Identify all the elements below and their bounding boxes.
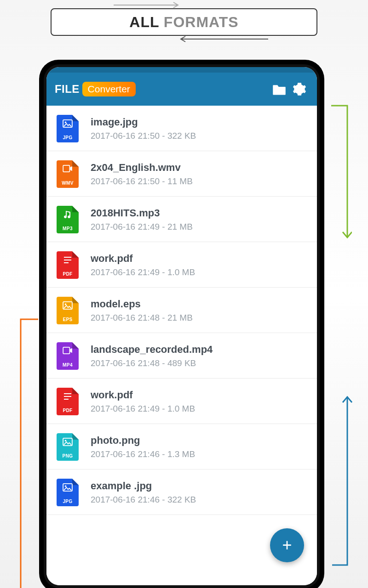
svg-point-9 xyxy=(65,304,67,305)
file-name: model.eps xyxy=(91,298,309,310)
add-button[interactable]: + xyxy=(270,528,304,562)
file-meta: 2017-06-16 21:49 - 21 MB xyxy=(91,222,309,232)
file-icon: JPG xyxy=(57,115,79,142)
file-meta: 2017-06-16 21:49 - 1.0 MB xyxy=(91,404,309,414)
file-name: 2018HITS.mp3 xyxy=(91,207,309,219)
banner-title: ALL FORMATS xyxy=(129,14,238,31)
list-item[interactable]: PDFwork.pdf2017-06-16 21:49 - 1.0 MB xyxy=(46,379,317,424)
file-info: model.eps2017-06-16 21:48 - 21 MB xyxy=(91,298,309,323)
svg-rect-10 xyxy=(63,347,69,354)
file-info: photo.png2017-06-16 21:46 - 1.3 MB xyxy=(91,435,309,459)
file-list[interactable]: JPGimage.jpg2017-06-16 21:50 - 322 KBWMV… xyxy=(46,106,317,585)
file-meta: 2017-06-16 21:50 - 322 KB xyxy=(91,131,309,141)
doc-icon xyxy=(57,256,79,266)
list-item[interactable]: PNGphoto.png2017-06-16 21:46 - 1.3 MB xyxy=(46,424,317,469)
file-ext-label: MP4 xyxy=(57,362,79,368)
image-icon xyxy=(57,119,79,130)
file-ext-label: JPG xyxy=(57,499,79,504)
banner-arrow-left-icon xyxy=(176,36,268,42)
decorative-arrow-orange-icon xyxy=(15,317,40,588)
banner-arrow-right-icon xyxy=(114,2,183,8)
file-info: 2018HITS.mp32017-06-16 21:49 - 21 MB xyxy=(91,207,309,232)
file-icon: PDF xyxy=(57,388,79,415)
list-item[interactable]: MP32018HITS.mp32017-06-16 21:49 - 21 MB xyxy=(46,197,317,242)
file-icon: WMV xyxy=(57,160,79,188)
file-name: 2x04_English.wmv xyxy=(91,162,309,174)
folder-icon[interactable] xyxy=(269,79,289,99)
file-info: landscape_recorded.mp42017-06-16 21:48 -… xyxy=(91,344,309,368)
file-meta: 2017-06-16 21:49 - 1.0 MB xyxy=(91,267,309,277)
file-icon: JPG xyxy=(57,479,79,506)
image-icon xyxy=(57,438,79,448)
banner: ALL FORMATS xyxy=(51,8,317,36)
doc-icon xyxy=(57,392,79,402)
app-screen: FILE Converter JPGimage.jpg2017-06-16 21… xyxy=(46,67,317,585)
image-icon xyxy=(57,301,79,311)
file-ext-label: JPG xyxy=(57,135,79,140)
status-bar xyxy=(46,67,317,73)
app-title-badge: Converter xyxy=(82,82,136,96)
list-item[interactable]: WMV2x04_English.wmv2017-06-16 21:50 - 11… xyxy=(46,151,317,197)
file-meta: 2017-06-16 21:48 - 21 MB xyxy=(91,313,309,323)
svg-point-3 xyxy=(65,122,67,124)
file-meta: 2017-06-16 21:46 - 322 KB xyxy=(91,495,309,505)
file-name: image.jpg xyxy=(91,116,309,128)
gear-icon[interactable] xyxy=(289,79,310,99)
file-name: landscape_recorded.mp4 xyxy=(91,344,309,356)
svg-rect-4 xyxy=(63,165,69,172)
decorative-arrow-green-icon xyxy=(329,103,352,246)
file-info: work.pdf2017-06-16 21:49 - 1.0 MB xyxy=(91,253,309,277)
list-item[interactable]: EPSmodel.eps2017-06-16 21:48 - 21 MB xyxy=(46,288,317,333)
app-title-file: FILE xyxy=(55,83,80,96)
file-icon: MP3 xyxy=(57,206,79,233)
file-info: work.pdf2017-06-16 21:49 - 1.0 MB xyxy=(91,389,309,414)
list-item[interactable]: PDFwork.pdf2017-06-16 21:49 - 1.0 MB xyxy=(46,242,317,288)
file-ext-label: MP3 xyxy=(57,226,79,231)
file-icon: EPS xyxy=(57,297,79,324)
file-info: 2x04_English.wmv2017-06-16 21:50 - 11 MB xyxy=(91,162,309,187)
file-ext-label: WMV xyxy=(57,181,79,186)
file-ext-label: PDF xyxy=(57,408,79,413)
file-meta: 2017-06-16 21:46 - 1.3 MB xyxy=(91,449,309,459)
list-item[interactable]: JPGimage.jpg2017-06-16 21:50 - 322 KB xyxy=(46,106,317,151)
app-bar: FILE Converter xyxy=(46,73,317,106)
file-ext-label: EPS xyxy=(57,317,79,322)
file-ext-label: PNG xyxy=(57,453,79,458)
video-icon xyxy=(57,347,79,356)
file-info: image.jpg2017-06-16 21:50 - 322 KB xyxy=(91,116,309,141)
plus-icon: + xyxy=(282,536,292,555)
audio-icon xyxy=(57,210,79,221)
svg-point-15 xyxy=(65,440,67,442)
file-icon: PNG xyxy=(57,433,79,461)
file-meta: 2017-06-16 21:50 - 11 MB xyxy=(91,176,309,187)
file-icon: PDF xyxy=(57,251,79,279)
decorative-arrow-blue-icon xyxy=(330,395,353,570)
phone-frame: FILE Converter JPGimage.jpg2017-06-16 21… xyxy=(39,60,324,588)
list-item[interactable]: MP4landscape_recorded.mp42017-06-16 21:4… xyxy=(46,333,317,379)
image-icon xyxy=(57,483,79,493)
file-name: example .jpg xyxy=(91,480,309,492)
file-ext-label: PDF xyxy=(57,271,79,277)
file-name: photo.png xyxy=(91,435,309,447)
video-icon xyxy=(57,165,79,174)
svg-point-17 xyxy=(65,486,67,487)
file-info: example .jpg2017-06-16 21:46 - 322 KB xyxy=(91,480,309,505)
app-title: FILE Converter xyxy=(55,82,269,96)
file-name: work.pdf xyxy=(91,389,309,401)
file-name: work.pdf xyxy=(91,253,309,265)
file-meta: 2017-06-16 21:48 - 489 KB xyxy=(91,358,309,368)
file-icon: MP4 xyxy=(57,342,79,370)
list-item[interactable]: JPGexample .jpg2017-06-16 21:46 - 322 KB xyxy=(46,469,317,515)
